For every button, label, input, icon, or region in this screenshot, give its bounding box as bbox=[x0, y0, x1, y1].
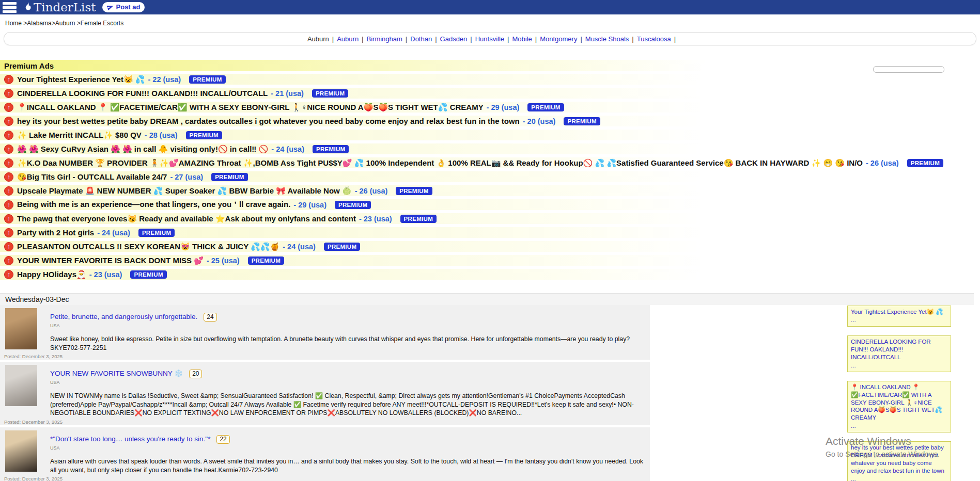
sidebar-premium-box[interactable]: hey its your best wettes petite baby DRE… bbox=[847, 441, 951, 481]
up-arrow-icon: ↑ bbox=[4, 242, 13, 251]
premium-badge: PREMIUM bbox=[186, 131, 222, 139]
premium-ad-meta: - 28 (usa) bbox=[145, 131, 178, 139]
premium-ad-title[interactable]: ✨K.O Daa NUMBER 🏆 PROVIDER 🧍✨💕AMAZING Th… bbox=[17, 158, 863, 168]
breadcrumb-separator: > bbox=[75, 20, 80, 27]
sidebar-premium-box[interactable]: Your Tightest Experience Yet😺 💦... bbox=[847, 306, 951, 327]
city-link-dothan[interactable]: Dothan bbox=[410, 35, 432, 43]
premium-ad-title[interactable]: 🌺 🌺 Sexy CuRvy Asian 🌺 🌺 in call 🐥 visit… bbox=[17, 145, 268, 154]
premium-badge: PREMIUM bbox=[138, 229, 175, 237]
sidebar-premium-box[interactable]: 📍 INCALL OAKLAND 📍 ✅FACETIME/CAR✅ WITH A… bbox=[847, 381, 951, 433]
paper-plane-icon bbox=[107, 4, 114, 10]
premium-ad-row: ↑CINDERELLA LOOKING FOR FUN!!! OAKLAND!!… bbox=[0, 88, 703, 99]
site-logo-text: TinderList bbox=[34, 2, 96, 13]
city-separator: | bbox=[580, 35, 582, 43]
premium-ad-title[interactable]: 😘Big Tits Girl - OUTCALL Available 24/7 bbox=[17, 172, 167, 182]
listing-title-link[interactable]: YOUR NEW FAVORITE SNOWBUNNY ❄️ bbox=[50, 370, 183, 377]
sidebar-premium-title: hey its your best wettes petite baby DRE… bbox=[851, 444, 947, 475]
sidebar-more-ellipsis: ... bbox=[851, 362, 947, 370]
premium-ad-meta: - 23 (usa) bbox=[359, 215, 392, 223]
premium-ads-heading-label: Premium Ads bbox=[4, 61, 54, 70]
post-ad-button[interactable]: Post ad bbox=[102, 2, 145, 12]
sidebar-more-ellipsis: ... bbox=[851, 316, 947, 324]
listings: Petite, brunette, and dangerously unforg… bbox=[0, 305, 650, 481]
city-link-montgomery[interactable]: Montgomery bbox=[540, 35, 577, 43]
premium-ad-meta: - 26 (usa) bbox=[355, 187, 388, 195]
listing-age-badge: 22 bbox=[216, 435, 229, 444]
up-arrow-icon: ↑ bbox=[4, 172, 13, 182]
listing-title-link[interactable]: *"Don't stare too long… unless you're re… bbox=[50, 435, 210, 443]
premium-ad-meta: - 25 (usa) bbox=[207, 256, 240, 265]
city-separator: | bbox=[362, 35, 363, 43]
breadcrumb-link-home[interactable]: Home bbox=[5, 20, 22, 27]
listing-country: USA bbox=[50, 445, 646, 451]
up-arrow-icon: ↑ bbox=[4, 103, 13, 112]
premium-ad-meta: - 21 (usa) bbox=[271, 89, 304, 98]
premium-badge: PREMIUM bbox=[396, 187, 432, 195]
premium-badge: PREMIUM bbox=[907, 159, 943, 167]
city-link-birmingham[interactable]: Birmingham bbox=[367, 35, 402, 43]
up-arrow-icon: ↑ bbox=[4, 228, 13, 237]
premium-ad-title[interactable]: Upscale Playmate 🚨 NEW NUMBER 💦 Super So… bbox=[17, 186, 352, 196]
premium-ad-title[interactable]: ✨ Lake Merritt INCALL✨ $80 QV bbox=[17, 131, 142, 140]
premium-ads-heading: Premium Ads bbox=[0, 60, 707, 71]
premium-badge: PREMIUM bbox=[189, 75, 225, 84]
listing-title-row: Petite, brunette, and dangerously unforg… bbox=[50, 312, 630, 322]
premium-ad-row: ↑Your Tightest Experience Yet😺 💦- 22 (us… bbox=[0, 74, 703, 85]
city-links: Auburn|Auburn|Birmingham|Dothan|Gadsden|… bbox=[304, 35, 676, 43]
premium-badge: PREMIUM bbox=[564, 117, 600, 125]
premium-ad-title[interactable]: The pawg that everyone loves😼 Ready and … bbox=[17, 214, 356, 223]
listing-item: *"Don't stare too long… unless you're re… bbox=[0, 427, 650, 481]
city-link-muscle-shoals[interactable]: Muscle Shoals bbox=[585, 35, 629, 43]
site-logo[interactable]: TinderList bbox=[23, 2, 96, 13]
hamburger-menu-icon[interactable] bbox=[3, 2, 17, 13]
up-arrow-icon: ↑ bbox=[4, 75, 13, 84]
listing-description: NEW IN TOWNMy name is Dallas !Seductive,… bbox=[50, 392, 646, 418]
premium-ad-title[interactable]: 📍INCALL OAKLAND 📍 ✅FACETIME/CAR✅ WITH A … bbox=[17, 103, 484, 112]
city-separator: | bbox=[632, 35, 633, 43]
premium-ad-row: ↑🌺 🌺 Sexy CuRvy Asian 🌺 🌺 in call 🐥 visi… bbox=[0, 143, 703, 154]
premium-ad-meta: - 23 (usa) bbox=[89, 270, 122, 279]
premium-badge: PREMIUM bbox=[130, 270, 166, 279]
listing-age-badge: 20 bbox=[189, 370, 202, 378]
city-link-mobile[interactable]: Mobile bbox=[512, 35, 532, 43]
premium-ad-row: ↑YOUR WINTER FAVORITE IS BACK DONT MISS … bbox=[0, 255, 703, 266]
city-links-bar: Auburn|Auburn|Birmingham|Dothan|Gadsden|… bbox=[4, 32, 976, 45]
sidebar-premium-title: CINDERELLA LOOKING FOR FUN!!! OAKLAND!!!… bbox=[851, 338, 947, 361]
city-link-auburn[interactable]: Auburn bbox=[337, 35, 359, 43]
premium-ad-title[interactable]: Being with me is an experience—one that … bbox=[17, 200, 290, 210]
premium-badge: PREMIUM bbox=[211, 173, 247, 181]
post-ad-label: Post ad bbox=[116, 3, 141, 11]
premium-ad-title[interactable]: CINDERELLA LOOKING FOR FUN!!! OAKLAND!!!… bbox=[17, 89, 268, 98]
premium-ad-title[interactable]: Your Tightest Experience Yet😺 💦 bbox=[17, 75, 145, 84]
premium-ad-title[interactable]: PLEASANTON OUTCALLS !! SEXY KOREAN😻 THIC… bbox=[17, 242, 279, 251]
breadcrumb-link-alabama[interactable]: Alabama bbox=[27, 20, 51, 27]
date-header-label: Wednesday-03-Dec bbox=[5, 295, 69, 303]
up-arrow-icon: ↑ bbox=[4, 270, 13, 279]
listing-country: USA bbox=[50, 380, 646, 385]
city-link-huntsville[interactable]: Huntsville bbox=[475, 35, 504, 43]
premium-ad-title[interactable]: Party with 2 Hot girls bbox=[17, 228, 94, 237]
listing-photo[interactable] bbox=[5, 308, 37, 349]
breadcrumb-link-female-escorts[interactable]: Female Escorts bbox=[81, 20, 123, 27]
up-arrow-icon: ↑ bbox=[4, 131, 13, 140]
listing-item: Petite, brunette, and dangerously unforg… bbox=[0, 305, 650, 360]
breadcrumb-link-auburn[interactable]: Auburn bbox=[55, 20, 75, 27]
premium-ad-title[interactable]: YOUR WINTER FAVORITE IS BACK DONT MISS 💕 bbox=[17, 256, 204, 265]
premium-ad-meta: - 29 (usa) bbox=[487, 103, 520, 111]
city-link-tuscaloosa[interactable]: Tuscaloosa bbox=[637, 35, 671, 43]
premium-ad-title[interactable]: hey its your best wettes petite baby DRE… bbox=[17, 117, 520, 125]
premium-ad-title[interactable]: Happy HOlidays🎅 bbox=[17, 270, 86, 279]
listing-content: Petite, brunette, and dangerously unforg… bbox=[50, 308, 630, 352]
premium-ad-row: ↑✨K.O Daa NUMBER 🏆 PROVIDER 🧍✨💕AMAZING T… bbox=[0, 157, 703, 168]
top-navigation-bar: TinderList Post ad bbox=[0, 0, 980, 14]
premium-ad-meta: - 27 (usa) bbox=[170, 173, 203, 181]
listing-title-link[interactable]: Petite, brunette, and dangerously unforg… bbox=[50, 313, 197, 320]
premium-ad-row: ↑Happy HOlidays🎅- 23 (usa)PREMIUM bbox=[0, 269, 703, 280]
listing-photo[interactable] bbox=[5, 365, 37, 406]
listing-posted-date: Posted: December 3, 2025 bbox=[4, 419, 63, 425]
city-separator: | bbox=[507, 35, 509, 43]
city-link-gadsden[interactable]: Gadsden bbox=[440, 35, 468, 43]
empty-rounded-box bbox=[873, 66, 944, 73]
listing-photo[interactable] bbox=[5, 430, 37, 472]
sidebar-premium-box[interactable]: CINDERELLA LOOKING FOR FUN!!! OAKLAND!!!… bbox=[847, 335, 951, 372]
